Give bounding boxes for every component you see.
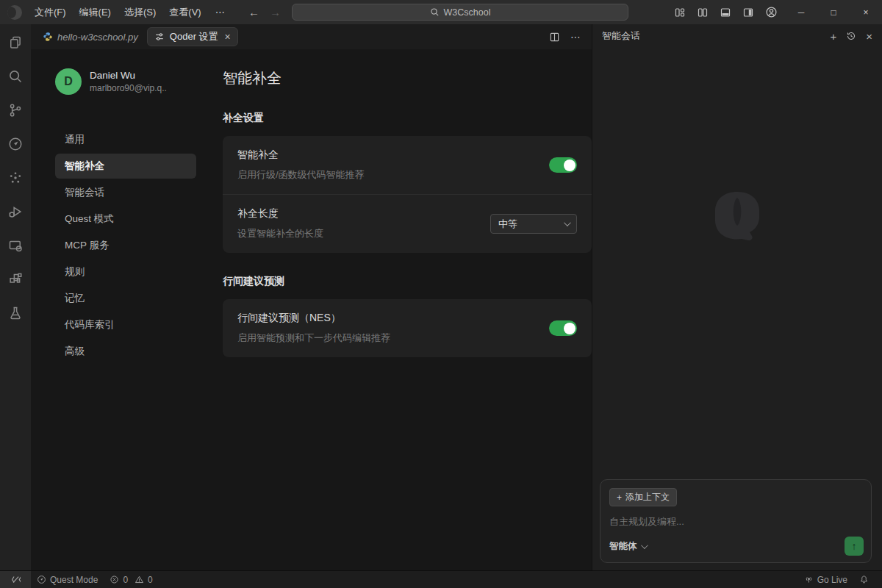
avatar: D xyxy=(55,68,82,95)
completion-settings-card: 智能补全 启用行级/函数级代码智能推荐 补全长度 设置智能补全的长度 xyxy=(223,136,592,253)
sidebar-item-chat[interactable]: 智能会话 xyxy=(55,180,196,205)
section-heading-nes: 行间建议预测 xyxy=(223,275,592,288)
send-button[interactable]: ↑ xyxy=(845,537,864,556)
split-editor-action-icon[interactable] xyxy=(549,32,560,43)
setting-desc: 启用智能预测和下一步代码编辑推荐 xyxy=(237,331,390,345)
python-file-icon xyxy=(43,32,53,42)
remote-window-icon[interactable] xyxy=(8,238,23,253)
close-window-button[interactable]: × xyxy=(850,0,882,24)
agent-label: 智能体 xyxy=(609,540,637,553)
problems-status[interactable]: 0 0 xyxy=(104,571,158,588)
warning-count: 0 xyxy=(148,575,153,585)
profile-name: Daniel Wu xyxy=(90,70,167,81)
sidebar-item-quest-mode[interactable]: Quest 模式 xyxy=(55,207,196,232)
menu-edit[interactable]: 编辑(E) xyxy=(73,3,118,22)
quest-compass-icon[interactable] xyxy=(8,137,23,151)
nes-settings-card: 行间建议预测（NES） 启用智能预测和下一步代码编辑推荐 xyxy=(223,299,592,357)
tab-qoder-settings[interactable]: Qoder 设置 × xyxy=(147,27,238,46)
chat-history-icon[interactable] xyxy=(846,31,856,41)
setting-label: 智能补全 xyxy=(237,148,365,162)
app-window: 文件(F) 编辑(E) 选择(S) 查看(V) ⋯ ← → W3Cschool xyxy=(0,0,882,588)
page-title: 智能补全 xyxy=(223,68,592,88)
chat-panel-title: 智能会话 xyxy=(602,29,640,43)
sidebar-item-rules[interactable]: 规则 xyxy=(55,259,196,284)
tab-settings-label: Qoder 设置 xyxy=(170,30,218,43)
history-nav: ← → xyxy=(248,0,281,24)
minimize-button[interactable]: ─ xyxy=(785,0,817,24)
activity-bar xyxy=(0,24,31,570)
setting-desc: 启用行级/函数级代码智能推荐 xyxy=(237,168,365,182)
status-bar: Quest Mode 0 0 Go Live xyxy=(0,570,882,588)
setting-row-completion-length: 补全长度 设置智能补全的长度 中等 xyxy=(223,194,592,253)
tab-file-label: hello-w3cschool.py xyxy=(57,32,138,43)
new-chat-icon[interactable]: + xyxy=(830,31,836,42)
toggle-secondary-sidebar-icon[interactable] xyxy=(742,7,754,18)
extensions-icon[interactable] xyxy=(8,272,23,287)
search-value: W3Cschool xyxy=(444,7,491,18)
maximize-button[interactable]: □ xyxy=(817,0,850,24)
chat-message-input[interactable] xyxy=(609,515,862,531)
sidebar-item-mcp[interactable]: MCP 服务 xyxy=(55,233,196,258)
quest-mode-label: Quest Mode xyxy=(50,575,98,585)
statusbar-right: Go Live xyxy=(798,571,882,588)
tabstrip-actions: ⋯ xyxy=(549,31,586,43)
run-debug-icon[interactable] xyxy=(8,204,23,219)
menu-bar: 文件(F) 编辑(E) 选择(S) 查看(V) ⋯ xyxy=(28,3,232,22)
go-live-button[interactable]: Go Live xyxy=(798,571,853,588)
menu-view[interactable]: 查看(V) xyxy=(162,3,207,22)
go-live-label: Go Live xyxy=(817,575,847,585)
source-control-icon[interactable] xyxy=(8,103,23,118)
nav-forward-icon[interactable]: → xyxy=(270,6,281,18)
select-value: 中等 xyxy=(498,218,517,231)
main-area: hello-w3cschool.py Qoder 设置 × ⋯ xyxy=(0,24,882,570)
tab-hello-file[interactable]: hello-w3cschool.py xyxy=(41,24,147,49)
chat-input-box[interactable]: + 添加上下文 智能体 ↑ xyxy=(600,479,872,563)
sidebar-item-advanced[interactable]: 高级 xyxy=(55,339,196,364)
nav-back-icon[interactable]: ← xyxy=(248,6,259,18)
smart-completion-toggle[interactable] xyxy=(549,157,577,173)
search-sidebar-icon[interactable] xyxy=(8,69,23,84)
setting-row-smart-completion: 智能补全 启用行级/函数级代码智能推荐 xyxy=(223,136,592,194)
agent-mode-select[interactable]: 智能体 xyxy=(609,540,646,553)
sidebar-item-memory[interactable]: 记忆 xyxy=(55,286,196,311)
nes-toggle[interactable] xyxy=(549,320,577,336)
toggle-panel-icon[interactable] xyxy=(720,7,731,18)
close-panel-icon[interactable]: × xyxy=(866,31,872,42)
sidebar-item-general[interactable]: 通用 xyxy=(55,127,196,152)
completion-length-select[interactable]: 中等 xyxy=(490,214,577,234)
menu-file[interactable]: 文件(F) xyxy=(28,3,73,22)
app-logo-icon xyxy=(7,5,22,20)
section-heading-completion: 补全设置 xyxy=(223,112,592,125)
ai-molecule-icon[interactable] xyxy=(8,171,23,185)
settings-page: D Daniel Wu marlboro90@vip.q.. 通用 智能补全 智… xyxy=(31,49,592,570)
add-context-chip[interactable]: + 添加上下文 xyxy=(609,488,677,506)
settings-tune-icon xyxy=(154,32,165,42)
setting-label: 补全长度 xyxy=(237,207,323,220)
explorer-icon[interactable] xyxy=(8,35,23,50)
menu-more-ellipsis[interactable]: ⋯ xyxy=(208,4,232,21)
menu-selection[interactable]: 选择(S) xyxy=(118,3,162,22)
error-count: 0 xyxy=(123,575,128,585)
more-actions-icon[interactable]: ⋯ xyxy=(570,31,581,43)
titlebar: 文件(F) 编辑(E) 选择(S) 查看(V) ⋯ ← → W3Cschool xyxy=(0,0,882,24)
tab-close-icon[interactable]: × xyxy=(225,32,231,42)
chat-panel: 智能会话 + × + 添加上下文 xyxy=(592,24,882,570)
notifications-bell-icon[interactable] xyxy=(853,571,875,588)
test-beaker-icon[interactable] xyxy=(8,306,23,320)
send-arrow-icon: ↑ xyxy=(852,540,857,552)
remote-indicator[interactable] xyxy=(0,571,31,588)
sidebar-item-codebase-index[interactable]: 代码库索引 xyxy=(55,312,196,337)
window-controls: ─ □ × xyxy=(785,0,882,24)
setting-desc: 设置智能补全的长度 xyxy=(237,227,323,240)
command-center-search[interactable]: W3Cschool xyxy=(292,4,628,21)
user-profile: D Daniel Wu marlboro90@vip.q.. xyxy=(55,68,196,95)
customize-layout-icon[interactable] xyxy=(674,7,686,18)
sidebar-item-completion[interactable]: 智能补全 xyxy=(55,154,196,179)
account-icon[interactable] xyxy=(765,6,778,18)
search-icon xyxy=(430,7,440,17)
tab-bar: hello-w3cschool.py Qoder 设置 × ⋯ xyxy=(31,24,592,49)
setting-label: 行间建议预测（NES） xyxy=(237,312,390,325)
chevron-down-icon xyxy=(564,219,571,226)
quest-mode-status[interactable]: Quest Mode xyxy=(31,571,104,588)
split-editor-icon[interactable] xyxy=(697,7,709,18)
